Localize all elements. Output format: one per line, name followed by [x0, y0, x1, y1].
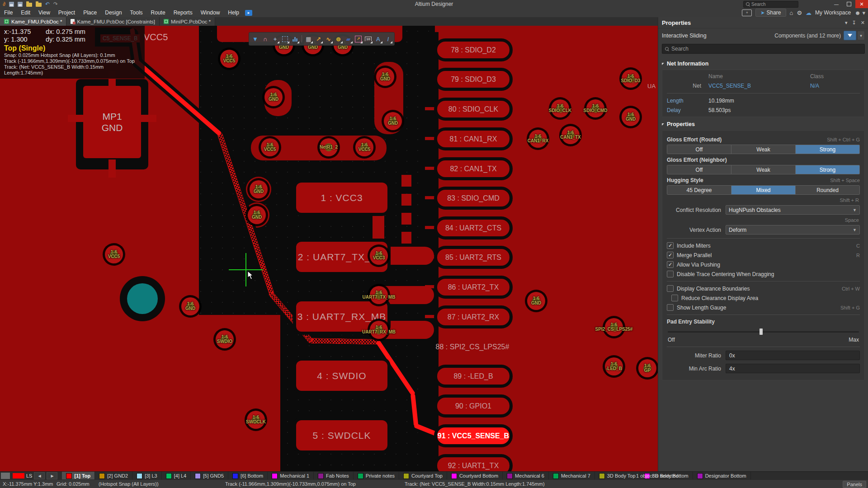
option-strong[interactable]: Strong: [796, 165, 859, 174]
via-UART7_RX_MB[interactable]: 1-6UART7_RX_MB: [370, 321, 388, 339]
conflict-resolution-select[interactable]: HugNPush Obstacles ▼: [726, 205, 860, 215]
layer-tab-Mechanical-6[interactable]: Mechanical 6: [503, 472, 549, 480]
panel-search-input[interactable]: Search: [662, 44, 865, 54]
panel-close-icon[interactable]: ✕: [861, 20, 865, 26]
menu-design[interactable]: Design: [101, 9, 126, 16]
via-VCC3[interactable]: 1-6VCC3: [370, 247, 388, 265]
drill-hole[interactable]: [127, 283, 158, 314]
menu-help[interactable]: Help: [224, 9, 243, 16]
pad-91-VCC5_SENSE_B[interactable]: 91 : VCC5_SENSE_B: [437, 427, 509, 444]
snap-point-icon[interactable]: +: [270, 34, 280, 44]
layer-tab--5-GND5[interactable]: [5] GND5: [191, 472, 228, 480]
via-VCC5[interactable]: 1-6VCC5: [105, 245, 123, 263]
slider-thumb[interactable]: [760, 328, 763, 335]
menu-view[interactable]: View: [34, 9, 54, 16]
menu-route[interactable]: Route: [147, 9, 170, 16]
option-weak[interactable]: Weak: [731, 165, 796, 174]
via-GND[interactable]: 1-6GND: [264, 88, 283, 106]
pad-mp1-gnd[interactable]: MP1 GND: [83, 86, 141, 158]
dimension-icon[interactable]: 10: [363, 34, 373, 44]
pad-88-SPI2_CS_LPS25-[interactable]: 88 : SPI2_CS_LPS25#: [432, 338, 513, 355]
pad-entry-stability-slider[interactable]: [668, 328, 859, 335]
component-icon[interactable]: ▦: [304, 34, 313, 44]
filter-button[interactable]: [844, 31, 856, 40]
vertex-action-select[interactable]: Deform ▼: [726, 225, 860, 235]
scroll-layers-right-button[interactable]: ▶: [47, 472, 57, 479]
route-icon[interactable]: ↗: [314, 34, 323, 44]
pad-4-SWDIO[interactable]: 4 : SWDIO: [296, 361, 387, 391]
menu-tools[interactable]: Tools: [126, 9, 147, 16]
via-GND[interactable]: 1-6GND: [181, 297, 199, 315]
section-net-information[interactable]: Net Information: [658, 57, 868, 69]
via-UART7_TX_MB[interactable]: 1-6UART7_TX_MB: [370, 286, 388, 304]
pad-85-UART2_RTS[interactable]: 85 : UART2_RTS: [437, 249, 509, 266]
menu-place[interactable]: Place: [79, 9, 101, 16]
layer-tab-3D-Body-Top[interactable]: 3D Body Top: [595, 472, 640, 480]
layer-tab-Courtyard-Bottom[interactable]: Courtyard Bottom: [447, 472, 503, 480]
pad-86-UART2_TX[interactable]: 86 : UART2_TX: [437, 279, 509, 296]
via-GND[interactable]: 1-6GND: [250, 180, 268, 198]
layer-tab-Designator-Bottom[interactable]: Designator Bottom: [693, 472, 751, 480]
scroll-layers-left-button[interactable]: ◀: [34, 472, 45, 479]
close-button[interactable]: ✕: [855, 0, 868, 8]
pad-92-UART1_TX[interactable]: 92 : UART1_TX: [437, 457, 509, 471]
via-icon[interactable]: ⊚: [334, 34, 343, 44]
line-icon[interactable]: /: [383, 34, 393, 44]
pad-1-VCC3[interactable]: 1 : VCC3: [296, 183, 387, 213]
via-GND[interactable]: 1-6GND: [376, 68, 394, 86]
option-rounded[interactable]: Rounded: [796, 186, 859, 194]
option-off[interactable]: Off: [667, 145, 731, 154]
pad-90-GPIO1[interactable]: 90 : GPIO1: [437, 398, 509, 414]
pad-79-SDIO_D3[interactable]: 79 : SDIO_D3: [437, 71, 509, 88]
comment-icon[interactable]: +: [742, 9, 752, 16]
pad-83-SDIO_CMD[interactable]: 83 : SDIO_CMD: [437, 190, 509, 206]
min-arc-ratio-input[interactable]: 4x: [726, 364, 860, 373]
pad-84-UART2_CTS[interactable]: 84 : UART2_CTS: [437, 220, 509, 236]
layer-sets-button[interactable]: LS: [13, 473, 32, 479]
pad-78-SDIO_D2[interactable]: 78 : SDIO_D2: [437, 42, 509, 58]
selection-box-icon[interactable]: [280, 34, 290, 44]
help-media-icon[interactable]: ▸: [245, 10, 252, 16]
layer-color-button[interactable]: [1, 473, 10, 479]
menu-reports[interactable]: Reports: [170, 9, 197, 16]
pcb-canvas[interactable]: MP1 GND 1 : VCC32 : UART7_TX_MB3 : UART7…: [0, 26, 658, 471]
pad-82-CAN1_TX[interactable]: 82 : CAN1_TX: [437, 160, 509, 177]
via-GND[interactable]: 1-6GND: [622, 108, 640, 126]
user-avatar-icon[interactable]: ☻ ▾: [854, 9, 865, 16]
histogram-icon[interactable]: [290, 34, 300, 44]
menu-project[interactable]: Project: [54, 9, 79, 16]
via-VCC5[interactable]: 1-6VCC5: [261, 138, 279, 156]
via-CAN1_TX[interactable]: 1-6CAN1_TX: [561, 126, 580, 144]
document-tab[interactable]: MiniPC.PcbDoc *: [160, 17, 215, 26]
menu-file[interactable]: File: [0, 9, 17, 16]
layer-tab-Fab-Notes[interactable]: Fab Notes: [314, 472, 354, 480]
layer-tab-Mechanical-1[interactable]: Mechanical 1: [268, 472, 314, 480]
room-icon[interactable]: ↗: [354, 34, 363, 44]
pad-87-UART2_RX[interactable]: 87 : UART2_RX: [437, 309, 509, 325]
option-mixed[interactable]: Mixed: [731, 186, 796, 194]
via-GND[interactable]: 1-6GND: [248, 206, 266, 224]
via-SWDCLK[interactable]: 1-6SWDCLK: [247, 411, 265, 429]
pad-80-SDIO_CLK[interactable]: 80 : SDIO_CLK: [437, 101, 509, 117]
option-strong[interactable]: Strong: [796, 145, 859, 154]
pad-5-SWDCLK[interactable]: 5 : SWDCLK: [296, 420, 387, 450]
via-VCC5[interactable]: 1-6VCC5: [220, 50, 238, 68]
panels-button[interactable]: Panels: [843, 481, 866, 488]
via-SWDIO[interactable]: 1-6SWDIO: [216, 330, 234, 348]
via-GND[interactable]: 1-6GND: [384, 112, 402, 130]
section-properties[interactable]: Properties: [658, 118, 868, 129]
via-GP[interactable]: 1-6GP: [638, 359, 656, 377]
minimize-button[interactable]: —: [830, 0, 843, 8]
net-class-link[interactable]: N/A: [810, 83, 860, 89]
pad-81-CAN1_RX[interactable]: 81 : CAN1_RX: [437, 131, 509, 147]
unchecked-checkbox[interactable]: [667, 271, 674, 277]
option-45-degree[interactable]: 45 Degree: [667, 186, 731, 194]
miter-ratio-input[interactable]: 0x: [726, 351, 860, 360]
home-icon[interactable]: ⌂: [790, 9, 793, 16]
filter-icon[interactable]: ▼: [250, 34, 260, 44]
unchecked-checkbox[interactable]: [671, 295, 678, 301]
unchecked-checkbox[interactable]: [667, 285, 674, 292]
checked-checkbox[interactable]: ✓: [667, 261, 674, 268]
layer-tab--4-L4[interactable]: [4] L4: [162, 472, 191, 480]
layer-tab-Courtyard-Top[interactable]: Courtyard Top: [399, 472, 447, 480]
